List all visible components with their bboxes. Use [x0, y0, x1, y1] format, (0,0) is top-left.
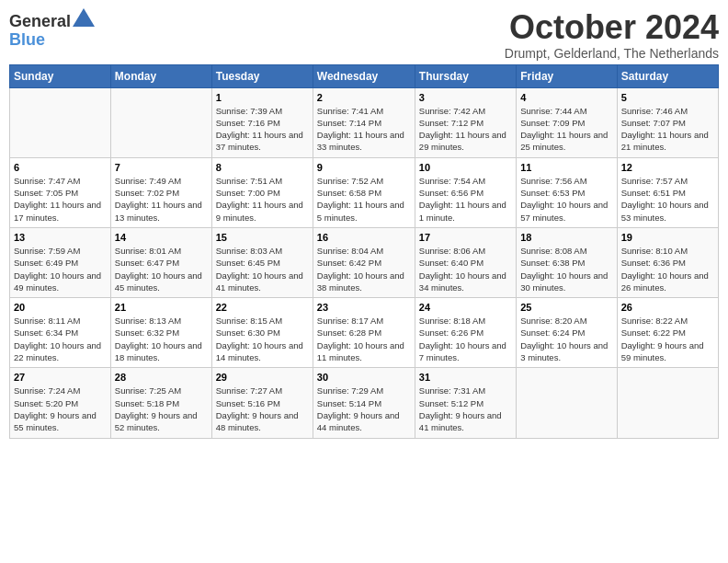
- day-detail: Sunrise: 7:24 AMSunset: 5:20 PMDaylight:…: [14, 385, 107, 433]
- day-number: 22: [216, 302, 309, 313]
- calendar-cell: 18Sunrise: 8:08 AMSunset: 6:38 PMDayligh…: [517, 227, 617, 297]
- weekday-header-row: SundayMondayTuesdayWednesdayThursdayFrid…: [10, 64, 719, 87]
- calendar-cell: 28Sunrise: 7:25 AMSunset: 5:18 PMDayligh…: [110, 368, 211, 438]
- calendar-week-row: 20Sunrise: 8:11 AMSunset: 6:34 PMDayligh…: [10, 298, 719, 368]
- calendar-cell: 29Sunrise: 7:27 AMSunset: 5:16 PMDayligh…: [211, 368, 313, 438]
- day-number: 14: [115, 232, 208, 243]
- day-number: 13: [14, 232, 107, 243]
- day-detail: Sunrise: 7:54 AMSunset: 6:56 PMDaylight:…: [419, 175, 512, 224]
- day-detail: Sunrise: 7:29 AMSunset: 5:14 PMDaylight:…: [317, 385, 411, 433]
- day-number: 28: [115, 372, 208, 383]
- calendar-cell: 27Sunrise: 7:24 AMSunset: 5:20 PMDayligh…: [10, 368, 111, 438]
- calendar-cell: 1Sunrise: 7:39 AMSunset: 7:16 PMDaylight…: [211, 87, 313, 157]
- logo-icon: [73, 8, 95, 27]
- day-number: 30: [317, 372, 411, 383]
- calendar-cell: 25Sunrise: 8:20 AMSunset: 6:24 PMDayligh…: [517, 298, 617, 368]
- calendar-cell: 3Sunrise: 7:42 AMSunset: 7:12 PMDaylight…: [415, 87, 516, 157]
- day-detail: Sunrise: 7:46 AMSunset: 7:07 PMDaylight:…: [621, 105, 714, 154]
- calendar-cell: [110, 87, 211, 157]
- day-number: 3: [419, 92, 512, 103]
- day-number: 27: [14, 372, 107, 383]
- day-detail: Sunrise: 8:13 AMSunset: 6:32 PMDaylight:…: [115, 315, 208, 363]
- day-detail: Sunrise: 7:44 AMSunset: 7:09 PMDaylight:…: [520, 105, 612, 154]
- calendar-week-row: 27Sunrise: 7:24 AMSunset: 5:20 PMDayligh…: [10, 368, 719, 438]
- weekday-header-friday: Friday: [517, 64, 617, 87]
- day-number: 19: [621, 232, 714, 243]
- calendar-cell: 23Sunrise: 8:17 AMSunset: 6:28 PMDayligh…: [313, 298, 415, 368]
- weekday-header-monday: Monday: [110, 64, 211, 87]
- day-detail: Sunrise: 8:08 AMSunset: 6:38 PMDaylight:…: [520, 245, 612, 293]
- calendar-cell: [517, 368, 617, 438]
- day-number: 9: [317, 162, 411, 173]
- day-detail: Sunrise: 8:04 AMSunset: 6:42 PMDaylight:…: [317, 245, 411, 293]
- day-number: 4: [520, 92, 612, 103]
- calendar-cell: 19Sunrise: 8:10 AMSunset: 6:36 PMDayligh…: [617, 227, 718, 297]
- weekday-header-saturday: Saturday: [617, 64, 718, 87]
- day-number: 10: [419, 162, 512, 173]
- day-number: 21: [115, 302, 208, 313]
- day-detail: Sunrise: 8:18 AMSunset: 6:26 PMDaylight:…: [419, 315, 512, 363]
- day-number: 6: [14, 162, 107, 173]
- calendar-cell: 16Sunrise: 8:04 AMSunset: 6:42 PMDayligh…: [313, 227, 415, 297]
- calendar-cell: 5Sunrise: 7:46 AMSunset: 7:07 PMDaylight…: [617, 87, 718, 157]
- day-detail: Sunrise: 8:06 AMSunset: 6:40 PMDaylight:…: [419, 245, 512, 293]
- day-number: 16: [317, 232, 411, 243]
- calendar-cell: 7Sunrise: 7:49 AMSunset: 7:02 PMDaylight…: [110, 157, 211, 227]
- calendar-cell: 10Sunrise: 7:54 AMSunset: 6:56 PMDayligh…: [415, 157, 516, 227]
- day-number: 20: [14, 302, 107, 313]
- day-number: 5: [621, 92, 714, 103]
- day-number: 11: [520, 162, 612, 173]
- calendar-cell: 12Sunrise: 7:57 AMSunset: 6:51 PMDayligh…: [617, 157, 718, 227]
- day-number: 23: [317, 302, 411, 313]
- weekday-header-tuesday: Tuesday: [211, 64, 313, 87]
- calendar-cell: 15Sunrise: 8:03 AMSunset: 6:45 PMDayligh…: [211, 227, 313, 297]
- location: Drumpt, Gelderland, The Netherlands: [505, 46, 719, 61]
- calendar-cell: 22Sunrise: 8:15 AMSunset: 6:30 PMDayligh…: [211, 298, 313, 368]
- calendar-cell: 13Sunrise: 7:59 AMSunset: 6:49 PMDayligh…: [10, 227, 111, 297]
- logo: General Blue: [9, 13, 95, 50]
- day-number: 24: [419, 302, 512, 313]
- calendar-cell: [617, 368, 718, 438]
- day-detail: Sunrise: 7:57 AMSunset: 6:51 PMDaylight:…: [621, 175, 714, 224]
- calendar-cell: 21Sunrise: 8:13 AMSunset: 6:32 PMDayligh…: [110, 298, 211, 368]
- calendar-cell: 4Sunrise: 7:44 AMSunset: 7:09 PMDaylight…: [517, 87, 617, 157]
- day-number: 12: [621, 162, 714, 173]
- calendar-week-row: 6Sunrise: 7:47 AMSunset: 7:05 PMDaylight…: [10, 157, 719, 227]
- day-detail: Sunrise: 7:25 AMSunset: 5:18 PMDaylight:…: [115, 385, 208, 433]
- calendar-cell: 2Sunrise: 7:41 AMSunset: 7:14 PMDaylight…: [313, 87, 415, 157]
- day-number: 25: [520, 302, 612, 313]
- weekday-header-thursday: Thursday: [415, 64, 516, 87]
- day-detail: Sunrise: 7:27 AMSunset: 5:16 PMDaylight:…: [216, 385, 309, 433]
- day-detail: Sunrise: 7:39 AMSunset: 7:16 PMDaylight:…: [216, 105, 309, 154]
- calendar-cell: 11Sunrise: 7:56 AMSunset: 6:53 PMDayligh…: [517, 157, 617, 227]
- calendar-week-row: 13Sunrise: 7:59 AMSunset: 6:49 PMDayligh…: [10, 227, 719, 297]
- day-number: 1: [216, 92, 309, 103]
- day-detail: Sunrise: 7:52 AMSunset: 6:58 PMDaylight:…: [317, 175, 411, 224]
- day-number: 29: [216, 372, 309, 383]
- title-block: October 2024 Drumpt, Gelderland, The Net…: [505, 9, 719, 61]
- calendar-table: SundayMondayTuesdayWednesdayThursdayFrid…: [9, 64, 719, 439]
- calendar-cell: 31Sunrise: 7:31 AMSunset: 5:12 PMDayligh…: [415, 368, 516, 438]
- day-number: 31: [419, 372, 512, 383]
- day-detail: Sunrise: 7:49 AMSunset: 7:02 PMDaylight:…: [115, 175, 208, 224]
- page-header: General Blue October 2024 Drumpt, Gelder…: [9, 9, 719, 61]
- calendar-cell: 20Sunrise: 8:11 AMSunset: 6:34 PMDayligh…: [10, 298, 111, 368]
- month-title: October 2024: [505, 9, 719, 46]
- day-detail: Sunrise: 7:47 AMSunset: 7:05 PMDaylight:…: [14, 175, 107, 224]
- day-number: 18: [520, 232, 612, 243]
- day-detail: Sunrise: 8:01 AMSunset: 6:47 PMDaylight:…: [115, 245, 208, 293]
- day-number: 2: [317, 92, 411, 103]
- calendar-cell: 24Sunrise: 8:18 AMSunset: 6:26 PMDayligh…: [415, 298, 516, 368]
- weekday-header-sunday: Sunday: [10, 64, 111, 87]
- day-number: 26: [621, 302, 714, 313]
- calendar-cell: 26Sunrise: 8:22 AMSunset: 6:22 PMDayligh…: [617, 298, 718, 368]
- day-detail: Sunrise: 8:15 AMSunset: 6:30 PMDaylight:…: [216, 315, 309, 363]
- day-number: 17: [419, 232, 512, 243]
- day-detail: Sunrise: 7:41 AMSunset: 7:14 PMDaylight:…: [317, 105, 411, 154]
- weekday-header-wednesday: Wednesday: [313, 64, 415, 87]
- calendar-cell: 17Sunrise: 8:06 AMSunset: 6:40 PMDayligh…: [415, 227, 516, 297]
- calendar-cell: [10, 87, 111, 157]
- calendar-cell: 9Sunrise: 7:52 AMSunset: 6:58 PMDaylight…: [313, 157, 415, 227]
- day-detail: Sunrise: 7:56 AMSunset: 6:53 PMDaylight:…: [520, 175, 612, 224]
- day-detail: Sunrise: 8:22 AMSunset: 6:22 PMDaylight:…: [621, 315, 714, 363]
